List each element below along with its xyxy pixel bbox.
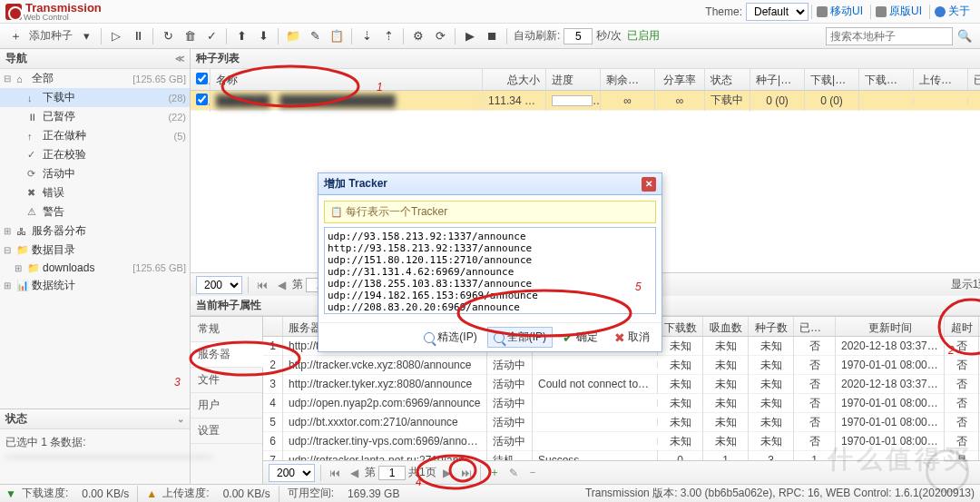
nav-item[interactable]: ⟳活动中 xyxy=(0,164,190,183)
tracker-page-size[interactable]: 200 xyxy=(269,464,315,482)
col-progress[interactable]: 进度 xyxy=(546,69,601,90)
col-remain[interactable]: 剩余时间 xyxy=(601,69,655,90)
mobile-ui-link[interactable]: 移动UI xyxy=(811,5,867,19)
select-ip-button[interactable]: 精选(IP) xyxy=(417,327,483,348)
restart-button[interactable]: ↻ xyxy=(158,26,178,46)
nav-item[interactable]: ⊞🖧服务器分布 xyxy=(0,221,190,241)
remove-button[interactable]: 🗑 xyxy=(180,26,200,46)
col-status[interactable]: 状态 xyxy=(705,69,750,90)
add-tracker-button[interactable]: ＋ xyxy=(486,465,503,481)
torrent-row[interactable]: ███████ - ███████████████ 111.34 GB 0.00… xyxy=(191,91,980,111)
tcol-leech[interactable]: 吸血数 xyxy=(703,317,749,336)
refresh-interval-input[interactable] xyxy=(564,28,593,44)
tab-settings[interactable]: 设置 xyxy=(191,418,262,444)
tab-general[interactable]: 常规 xyxy=(191,317,262,342)
nav-item[interactable]: ✓正在校验 xyxy=(0,145,190,164)
tracker-row[interactable]: 6udp://tracker.tiny-vps.com:6969/announc… xyxy=(263,432,980,451)
free-space-label: 可用空间: xyxy=(288,486,334,501)
add-torrent-button[interactable]: ＋ xyxy=(5,26,25,46)
col-dl-speed[interactable]: 下载速度 xyxy=(859,69,914,90)
collapse-nav-icon[interactable]: ≪ xyxy=(175,54,184,64)
col-name[interactable]: 名称 xyxy=(211,69,483,90)
limit-dl-button[interactable]: ⇣ xyxy=(357,26,377,46)
check-button[interactable]: ✓ xyxy=(201,26,221,46)
page-size-select[interactable]: 200 xyxy=(196,276,242,294)
move-up-button[interactable]: ⬆ xyxy=(231,26,251,46)
nav-item[interactable]: ✖错误 xyxy=(0,183,190,202)
dialog-close-button[interactable]: ✕ xyxy=(642,177,656,192)
nav-item[interactable]: ↑正在做种(5) xyxy=(0,126,190,145)
search-icon[interactable]: 🔍 xyxy=(955,26,975,46)
col-done[interactable]: 已完 xyxy=(968,69,980,90)
col-size[interactable]: 总大小 xyxy=(483,69,546,90)
search-icon xyxy=(424,332,435,343)
search-input[interactable] xyxy=(826,27,953,45)
progress-bar xyxy=(552,95,593,106)
page-prev-button[interactable]: ◀ xyxy=(273,277,289,293)
ok-button[interactable]: ✔确定 xyxy=(556,327,604,348)
edit-tracker-button[interactable]: ✎ xyxy=(505,465,522,481)
col-seeds[interactable]: 种子|活跃 xyxy=(750,69,805,90)
torrent-remain: ∞ xyxy=(601,91,655,111)
page-first-button[interactable]: ⏮ xyxy=(254,277,270,293)
move-down-button[interactable]: ⬇ xyxy=(253,26,273,46)
tracker-row[interactable]: 7udp://retracker.lanta-net.ru:2710/annou… xyxy=(263,451,980,460)
status-body: 已选中 1 条数据: ——————————————————— xyxy=(0,429,190,484)
col-ratio[interactable]: 分享率 xyxy=(655,69,705,90)
col-ul-speed[interactable]: 上传速度 xyxy=(914,69,968,90)
search-icon xyxy=(494,332,505,343)
rename-button[interactable]: ✎ xyxy=(305,26,325,46)
col-peers[interactable]: 下载|活跃 xyxy=(805,69,859,90)
tcol-dl[interactable]: 下载数 xyxy=(658,317,703,336)
start-button[interactable]: ▷ xyxy=(106,26,126,46)
all-ip-button[interactable]: 全部(IP) xyxy=(487,327,553,348)
reload-button[interactable]: ⟳ xyxy=(430,26,450,46)
tcol-timeout[interactable]: 超时 xyxy=(945,317,979,336)
copy-button[interactable]: 📋 xyxy=(327,26,347,46)
collapse-status-icon[interactable]: ⌄ xyxy=(177,414,184,424)
tracker-row[interactable]: 3http://tracker.tyker.xyz:8080/announce活… xyxy=(263,375,980,394)
enabled-label[interactable]: 已启用 xyxy=(627,28,660,44)
tcol-conn[interactable]: 已连接 xyxy=(794,317,836,336)
original-ui-link[interactable]: 原版UI xyxy=(870,5,926,19)
start-all-button[interactable]: ▶ xyxy=(460,26,480,46)
pause-all-button[interactable]: ⏹ xyxy=(482,26,502,46)
nav-item[interactable]: ⏸已暂停(22) xyxy=(0,107,190,126)
limit-ul-button[interactable]: ⇡ xyxy=(378,26,398,46)
nav-item[interactable]: ⊟📁数据目录 xyxy=(0,241,190,260)
nav-item[interactable]: ⊞📊数据统计 xyxy=(0,276,190,295)
tracker-page-input[interactable] xyxy=(378,466,406,480)
tcol-update[interactable]: 更新时间 xyxy=(836,317,945,336)
dl-speed-label: 下载速度: xyxy=(22,486,68,501)
tcol-seed[interactable]: 种子数 xyxy=(749,317,794,336)
about-link[interactable]: 关于 xyxy=(929,5,975,19)
folder-button[interactable]: 📁 xyxy=(283,26,303,46)
tracker-first-button[interactable]: ⏮ xyxy=(327,465,343,481)
remove-tracker-button[interactable]: － xyxy=(524,465,541,481)
torrent-ratio: ∞ xyxy=(655,91,705,111)
col-checkbox[interactable] xyxy=(191,69,211,90)
tracker-textarea[interactable]: udp://93.158.213.92:1337/announce http:/… xyxy=(324,227,656,314)
tracker-row[interactable]: 2http://tracker.vcke.xyz:8080/announce活动… xyxy=(263,356,980,375)
tracker-next-button[interactable]: ▶ xyxy=(439,465,456,481)
nav-item[interactable]: ↓下载中(28) xyxy=(0,88,190,107)
nav-item[interactable]: ⊟⌂全部[125.65 GB] xyxy=(0,69,190,88)
add-torrent-label[interactable]: 添加种子 xyxy=(29,28,73,44)
tab-users[interactable]: 用户 xyxy=(191,393,262,418)
cancel-button[interactable]: ✖取消 xyxy=(608,327,656,348)
tab-files[interactable]: 文件 xyxy=(191,368,262,393)
nav-item[interactable]: ⚠警告 xyxy=(0,202,190,221)
theme-select[interactable]: Default xyxy=(746,3,808,21)
tracker-last-button[interactable]: ⏭ xyxy=(458,465,475,481)
row-checkbox[interactable] xyxy=(196,94,208,105)
dialog-titlebar[interactable]: 增加 Tracker✕ xyxy=(318,173,662,195)
dropdown-icon[interactable]: ▾ xyxy=(76,26,96,46)
nav-item[interactable]: ⊞📁downloads[125.65 GB] xyxy=(0,260,190,276)
tracker-prev-button[interactable]: ◀ xyxy=(346,465,362,481)
settings-button[interactable]: ⚙ xyxy=(408,26,428,46)
torrent-size: 111.34 GB xyxy=(483,91,546,111)
tracker-row[interactable]: 4udp://open.nyap2p.com:6969/announce活动中未… xyxy=(263,394,980,413)
tab-servers[interactable]: 服务器 xyxy=(191,342,263,368)
pause-button[interactable]: ⏸ xyxy=(128,26,148,46)
tracker-row[interactable]: 5udp://bt.xxxtor.com:2710/announce活动中未知未… xyxy=(263,413,980,432)
